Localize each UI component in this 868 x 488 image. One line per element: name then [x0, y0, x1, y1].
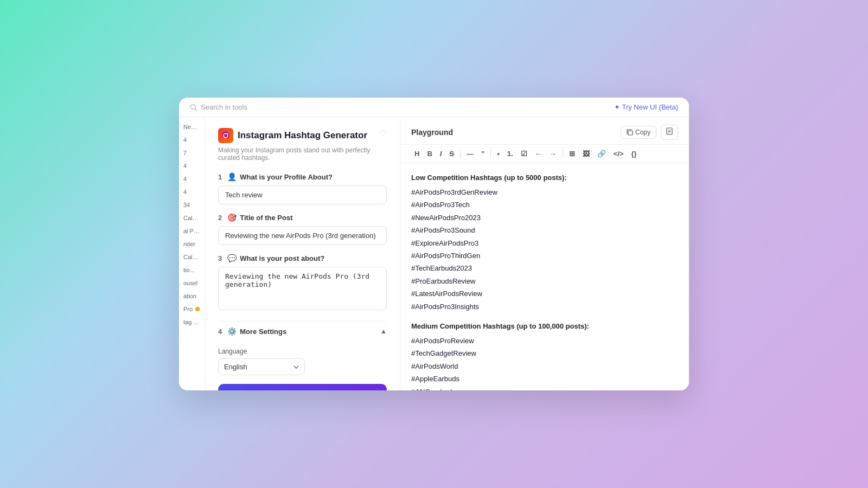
list-item: #AirPodsProReview — [411, 335, 678, 347]
list-item: #AirPodsWorld — [411, 360, 678, 373]
sidebar-item-pro[interactable]: Pro — [181, 304, 202, 314]
list-item: #AirPodsPro3Sound — [411, 224, 678, 236]
document-button[interactable] — [661, 125, 678, 140]
list-item: #AirPodsPro3rdGenReview — [411, 186, 678, 198]
try-new-ui-button[interactable]: ✦ Try New UI (Beta) — [614, 103, 678, 111]
playground-header: Playground Copy — [400, 117, 689, 145]
modal-body: New UI 4 7 4 4 4 34 Calend... al Post nd… — [179, 117, 689, 390]
list-item: #NewAirPodsPro2023 — [411, 211, 678, 224]
more-settings-toggle[interactable]: 4 ⚙️ More Settings ▲ — [218, 321, 387, 341]
field-title-label: 2 🎯 Title of the Post — [218, 213, 387, 222]
right-panel: Playground Copy — [400, 117, 689, 390]
toolbar-divider-2 — [490, 150, 491, 158]
toolbar-h[interactable]: H — [411, 148, 423, 159]
tool-subtitle: Making your Instagram posts stand out wi… — [218, 146, 387, 162]
toolbar-italic[interactable]: I — [437, 148, 445, 159]
toolbar-strikethrough[interactable]: S — [446, 148, 457, 159]
sidebar-item-ation[interactable]: ation — [181, 291, 202, 301]
copy-icon — [627, 129, 633, 136]
sidebar-item-calendar2[interactable]: Calendar — [181, 252, 202, 262]
toolbar-bold[interactable]: B — [424, 148, 435, 159]
sidebar-item-4c[interactable]: 4 — [181, 174, 202, 184]
toolbar-hr[interactable]: — — [463, 148, 477, 159]
list-item: #ExploreAirPodsPro3 — [411, 237, 678, 249]
tool-title: Instagram Hashtag Generator — [238, 130, 367, 141]
language-select[interactable]: English Spanish French German Italian — [218, 358, 305, 375]
svg-line-1 — [195, 108, 197, 110]
post-title-input[interactable] — [218, 226, 387, 245]
field-profile-label: 1 👤 What is your Profile About? — [218, 172, 387, 181]
sidebar-item-calendar[interactable]: Calend... — [181, 213, 202, 223]
language-label: Language — [218, 348, 387, 355]
sidebar-item-new-ui[interactable]: New UI — [181, 121, 202, 132]
sidebar: New UI 4 7 4 4 4 34 Calend... al Post nd… — [179, 117, 205, 390]
toolbar-code[interactable]: </> — [610, 148, 627, 159]
list-item: #TechGadgetReview — [411, 347, 678, 359]
list-item: #ProEarbudsReview — [411, 275, 678, 287]
tool-title-wrap: Instagram Hashtag Generator — [218, 128, 367, 143]
field-title-section: 2 🎯 Title of the Post — [218, 213, 387, 245]
toolbar-codeblock[interactable]: {} — [628, 148, 640, 159]
field-profile-section: 1 👤 What is your Profile About? — [218, 172, 387, 204]
toolbar-table[interactable]: ⊞ — [566, 148, 578, 159]
sidebar-item-4b[interactable]: 4 — [181, 160, 202, 171]
toolbar-link[interactable]: 🔗 — [594, 148, 609, 159]
toolbar-indent-right[interactable]: → — [546, 148, 560, 159]
chevron-up-icon: ▲ — [380, 328, 387, 335]
sidebar-item-34[interactable]: 34 — [181, 200, 202, 210]
search-bar[interactable]: Search in tools — [190, 103, 247, 111]
pro-badge — [195, 307, 200, 311]
field-about-section: 3 💬 What is your post about? Reviewing t… — [218, 254, 387, 312]
editor-toolbar: H B I S — " • 1. ☑ ← → ⊞ 🖼 🔗 </> {} — [400, 145, 689, 163]
playground-actions: Copy — [621, 125, 678, 140]
field-about-label: 3 💬 What is your post about? — [218, 254, 387, 262]
left-panel: Instagram Hashtag Generator ♡ Making you… — [205, 117, 400, 390]
profile-input[interactable] — [218, 185, 387, 204]
sidebar-item-4d[interactable]: 4 — [181, 187, 202, 197]
playground-title: Playground — [411, 128, 453, 137]
toolbar-image[interactable]: 🖼 — [579, 148, 593, 159]
create-content-button[interactable]: Create Content — [218, 384, 387, 390]
low-competition-list: #AirPodsPro3rdGenReview #AirPodsPro3Tech… — [411, 186, 678, 313]
search-icon — [190, 104, 197, 111]
playground-content: Low Competition Hashtags (up to 5000 pos… — [400, 163, 689, 390]
medium-competition-list: #AirPodsProReview #TechGadgetReview #Air… — [411, 335, 678, 390]
toolbar-ordered[interactable]: 1. — [504, 148, 516, 159]
svg-point-4 — [227, 133, 228, 134]
medium-competition-title: Medium Competition Hashtags (up to 100,0… — [411, 320, 678, 332]
sidebar-item-ousel[interactable]: ousel — [181, 278, 202, 288]
modal-header: Search in tools ✦ Try New UI (Beta) — [179, 98, 689, 117]
copy-button[interactable]: Copy — [621, 126, 656, 139]
list-item: #AirPodsPro3Tech — [411, 198, 678, 211]
toolbar-divider-1 — [460, 150, 461, 158]
list-item: #TechEarbuds2023 — [411, 262, 678, 274]
doc-icon — [666, 127, 673, 135]
tool-icon — [218, 128, 233, 143]
list-item: #AirPodsProThirdGen — [411, 249, 678, 262]
language-section: Language English Spanish French German I… — [218, 348, 387, 375]
svg-point-2 — [222, 132, 229, 139]
sidebar-item-nder[interactable]: nder — [181, 239, 202, 249]
list-item: #LatestAirPodsReview — [411, 287, 678, 300]
list-item: #AppleEarbuds — [411, 373, 678, 385]
sidebar-item-tio[interactable]: tio... — [181, 265, 202, 275]
post-about-textarea[interactable]: Reviewing the new AirPods Pro (3rd gener… — [218, 267, 387, 310]
list-item: #ANCearbuds — [411, 386, 678, 390]
tool-header: Instagram Hashtag Generator ♡ — [218, 128, 387, 143]
toolbar-divider-3 — [563, 150, 563, 158]
main-modal: Search in tools ✦ Try New UI (Beta) New … — [179, 98, 689, 390]
search-placeholder: Search in tools — [201, 103, 247, 111]
list-item: #AirPodsPro3Insights — [411, 300, 678, 313]
sidebar-item-7[interactable]: 7 — [181, 147, 202, 158]
toolbar-bullet[interactable]: • — [494, 148, 503, 159]
svg-rect-5 — [628, 131, 633, 135]
sidebar-item-al-post[interactable]: al Post — [181, 226, 202, 236]
sidebar-item-4a[interactable]: 4 — [181, 134, 202, 145]
toolbar-indent-left[interactable]: ← — [532, 148, 545, 159]
low-competition-title: Low Competition Hashtags (up to 5000 pos… — [411, 172, 678, 184]
toolbar-quote[interactable]: " — [478, 148, 488, 159]
sidebar-item-tag[interactable]: tag ... — [181, 317, 202, 328]
heart-icon[interactable]: ♡ — [379, 128, 387, 138]
toolbar-checklist[interactable]: ☑ — [518, 148, 531, 159]
